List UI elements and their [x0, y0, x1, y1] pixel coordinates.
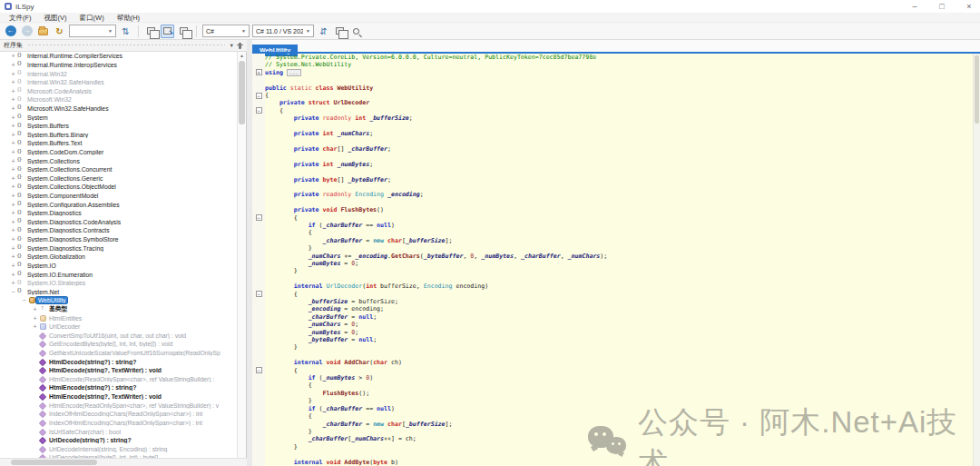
tree-expander-icon[interactable]: + [9, 280, 17, 286]
tree-item[interactable]: +System.Diagnostics.Contracts [0, 226, 238, 235]
tree-item[interactable]: UrlDecodeInternal(string, Encoding) : st… [0, 444, 238, 453]
tree-horizontal-scrollbar[interactable] [0, 458, 247, 466]
tree-expander-icon[interactable]: + [9, 202, 17, 208]
tree-expander-icon[interactable]: + [9, 263, 17, 269]
tree-expander-icon[interactable]: + [9, 53, 17, 59]
scroll-up-icon[interactable]: ▲ [238, 52, 246, 59]
windows-button[interactable] [333, 25, 347, 38]
tree-item[interactable]: +System.Collections [0, 156, 238, 165]
tree-expander-icon[interactable]: + [9, 158, 17, 164]
tree-expander-icon[interactable]: + [9, 71, 17, 77]
tree-item[interactable]: +基类型 [0, 305, 238, 314]
tree-expander-icon[interactable]: + [31, 323, 39, 330]
menu-window[interactable]: 窗口(W) [74, 13, 111, 23]
code-vertical-scrollbar[interactable] [973, 54, 980, 466]
open-in-new-tab-button[interactable] [177, 25, 191, 38]
minimize-button[interactable]: – [909, 0, 920, 13]
tree-expander-icon[interactable]: + [9, 88, 17, 94]
tree-item[interactable]: +System.Diagnostics.SymbolStore [0, 235, 238, 244]
tree-item[interactable]: +System.Configuration.Assemblies [0, 200, 238, 209]
tree-item[interactable]: +System.Collections.ObjectModel [0, 183, 238, 192]
tree-item[interactable]: +System.Globalization [0, 253, 238, 262]
tree-item[interactable]: +Microsoft.Win32.SafeHandles [0, 104, 238, 114]
open-file-button[interactable] [36, 25, 50, 38]
tree-expander-icon[interactable]: + [9, 193, 17, 199]
tree-item[interactable]: +System.Diagnostics [0, 209, 238, 218]
tree-item[interactable]: +System.Collections.Generic [0, 174, 238, 183]
tree-item[interactable]: HtmlEncode(string?, TextWriter) : void [0, 392, 238, 402]
menu-view[interactable]: 视图(V) [38, 13, 74, 23]
scrollbar-thumb[interactable] [975, 55, 979, 124]
tree-item[interactable]: +HtmlEntities [0, 313, 238, 322]
tree-item[interactable]: +Internal.Runtime.CompilerServices [0, 52, 238, 61]
fold-marker-icon[interactable]: − [256, 367, 262, 373]
tree-expander-icon[interactable]: + [9, 105, 17, 112]
back-button[interactable]: ← [4, 25, 17, 38]
fold-marker-icon[interactable]: + [256, 69, 262, 75]
tree-expander-icon[interactable]: + [31, 315, 39, 322]
tree-item[interactable]: +System.Buffers.Binary [0, 130, 238, 139]
tree-expander-icon[interactable]: + [9, 149, 17, 155]
tree-item[interactable]: +System.ComponentModel [0, 192, 238, 201]
fold-marker-icon[interactable]: − [256, 93, 262, 99]
tree-expander-icon[interactable]: + [9, 236, 17, 243]
tree-item[interactable]: GetNextUnicodeScalarValueFromUtf16Surrog… [0, 349, 238, 358]
tree-expander-icon[interactable]: + [9, 219, 17, 225]
tree-item[interactable]: +UrlDecoder [0, 322, 238, 332]
tree-item[interactable]: +System.Diagnostics.Tracing [0, 243, 238, 253]
tree-item[interactable]: +System.Buffers [0, 122, 238, 131]
tree-expander-icon[interactable]: + [9, 132, 17, 138]
tree-item[interactable]: HtmlDecode(string?, TextWriter) : void [0, 366, 238, 375]
tree-item[interactable]: +System.IO [0, 262, 238, 271]
search-button[interactable] [349, 25, 363, 38]
tree-item[interactable]: +System.Collections.Concurrent [0, 165, 238, 174]
tree-item[interactable]: +Internal.Runtime.InteropServices [0, 61, 238, 70]
language-combobox[interactable]: C# ▼ [202, 25, 250, 37]
tree-expander-icon[interactable]: + [9, 140, 17, 146]
tree-item[interactable]: UrlDecode(string?) : string? [0, 436, 238, 445]
panel-menu-icon[interactable]: ▼ [230, 43, 234, 48]
sort-members-button[interactable]: ⇵ [317, 25, 330, 38]
tree-item[interactable]: +Microsoft.Win32 [0, 95, 238, 104]
tree-item[interactable]: −WebUtility [0, 296, 238, 305]
tree-expander-icon[interactable]: − [9, 289, 17, 295]
tree-expander-icon[interactable]: + [9, 245, 17, 252]
tree-item[interactable]: +System.Diagnostics.CodeAnalysis [0, 218, 238, 227]
fold-marker-icon[interactable]: − [256, 291, 262, 297]
tree-item[interactable]: +Internal.Win32 [0, 69, 238, 78]
fold-marker-icon[interactable]: − [256, 214, 262, 221]
tree-item[interactable]: +System.Buffers.Text [0, 139, 238, 148]
tree-expander-icon[interactable]: + [9, 62, 17, 68]
tree-expander-icon[interactable]: + [9, 114, 17, 121]
tree-item[interactable]: HtmlDecode(ReadOnlySpan<char>, ref Value… [0, 375, 238, 384]
tree-expander-icon[interactable]: + [9, 175, 17, 182]
tree-expander-icon[interactable]: + [9, 253, 17, 260]
tree-vertical-scrollbar[interactable]: ▲ [237, 52, 246, 458]
tree-item[interactable]: +System [0, 113, 238, 122]
tree-expander-icon[interactable]: + [9, 210, 17, 216]
maximize-button[interactable]: □ [936, 0, 947, 13]
refresh-button[interactable]: ↻ [53, 25, 66, 38]
pin-icon[interactable] [239, 43, 241, 49]
tree-expander-icon[interactable]: + [9, 79, 17, 85]
sort-assemblies-button[interactable]: ⇅ [119, 25, 132, 38]
tree-expander-icon[interactable]: + [9, 272, 17, 278]
tree-item[interactable]: IsUrlSafeChar(char) : bool [0, 427, 238, 436]
sync-with-code-button[interactable]: ↘ [161, 25, 174, 38]
tree-item[interactable]: IndexOfHtmlDecodingChars(ReadOnlySpan<ch… [0, 410, 238, 419]
tree-expander-icon[interactable]: + [9, 96, 17, 103]
tree-item[interactable]: +Internal.Win32.SafeHandles [0, 78, 238, 87]
tree-item[interactable]: GetEncodedBytes(byte[], int, int, byte[]… [0, 340, 238, 349]
tree-item[interactable]: +System.IO.Enumeration [0, 270, 238, 279]
tree-item[interactable]: +System.IO.Strategies [0, 279, 238, 288]
clone-view-button[interactable] [144, 25, 158, 38]
forward-button[interactable]: → [20, 25, 34, 38]
tree-item[interactable]: HtmlEncode(string?) : string? [0, 383, 238, 392]
tree-expander-icon[interactable]: − [20, 297, 28, 303]
tree-item[interactable]: −System.Net [0, 287, 238, 296]
language-version-combobox[interactable]: C# 11.0 / VS 202 ▼ [252, 25, 314, 37]
tree-expander-icon[interactable]: + [9, 123, 17, 129]
tree-expander-icon[interactable]: + [9, 166, 17, 173]
code-editor[interactable]: // System.Private.CoreLib, Version=6.0.0… [252, 54, 973, 466]
close-button[interactable]: × [964, 0, 975, 13]
